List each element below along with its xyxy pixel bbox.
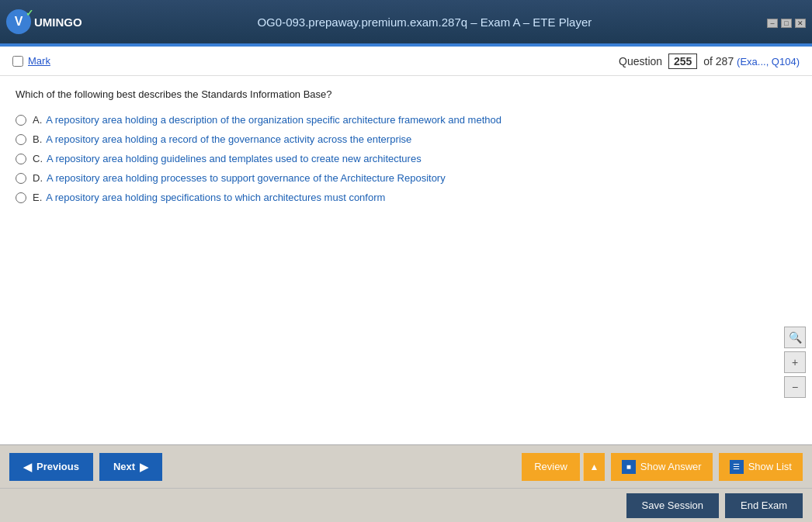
- next-label: Next: [113, 461, 135, 472]
- mark-section: Mark: [12, 55, 50, 67]
- option-e-key: E.: [33, 192, 42, 203]
- option-b-radio[interactable]: [16, 134, 26, 145]
- zoom-in-button[interactable]: +: [784, 351, 806, 373]
- bottom-toolbar: ◀ Previous Next ▶ Review ▲ ■ Show Answer…: [0, 444, 812, 488]
- option-c-row[interactable]: C. A repository area holding guidelines …: [16, 153, 796, 164]
- option-b-key: B.: [33, 133, 42, 145]
- previous-button[interactable]: ◀ Previous: [9, 453, 93, 481]
- logo-icon: V✓: [6, 9, 31, 34]
- question-number-display: Question 255 of 287 (Exa..., Q104): [619, 54, 800, 69]
- option-c-key: C.: [33, 153, 43, 164]
- option-a-radio[interactable]: [16, 115, 26, 126]
- mark-checkbox[interactable]: [12, 56, 23, 67]
- end-exam-label: End Exam: [741, 500, 787, 511]
- option-d-row[interactable]: D. A repository area holding processes t…: [16, 172, 796, 184]
- save-session-label: Save Session: [642, 500, 704, 511]
- option-b-row[interactable]: B. A repository area holding a record of…: [16, 133, 796, 145]
- option-d-radio[interactable]: [16, 173, 26, 184]
- previous-arrow-icon: ◀: [23, 461, 32, 473]
- option-d-key: D.: [33, 172, 43, 184]
- close-button[interactable]: ✕: [795, 19, 806, 28]
- end-exam-button[interactable]: End Exam: [725, 493, 803, 518]
- title-bar: V✓ UMINGO OG0-093.prepaway.premium.exam.…: [0, 0, 812, 43]
- window-controls[interactable]: – □ ✕: [767, 16, 806, 28]
- option-c-radio[interactable]: [16, 154, 26, 164]
- options-list: A. A repository area holding a descripti…: [16, 114, 796, 203]
- question-label: Question: [619, 55, 662, 67]
- window-title: OG0-093.prepaway.premium.exam.287q – Exa…: [82, 16, 767, 29]
- option-e-row[interactable]: E. A repository area holding specificati…: [16, 192, 796, 203]
- show-answer-icon: ■: [622, 460, 636, 474]
- review-dropdown-icon: ▲: [589, 462, 599, 472]
- search-icon-button[interactable]: 🔍: [784, 327, 806, 348]
- title-bar-left: V✓ UMINGO: [6, 9, 82, 34]
- zoom-out-button[interactable]: −: [784, 376, 806, 398]
- option-a-row[interactable]: A. A repository area holding a descripti…: [16, 114, 796, 126]
- question-context: (Exa..., Q104): [737, 56, 800, 67]
- second-toolbar: Save Session End Exam: [0, 488, 812, 522]
- show-list-button[interactable]: ☰ Show List: [719, 453, 803, 481]
- review-button[interactable]: Review: [522, 453, 580, 481]
- show-answer-button[interactable]: ■ Show Answer: [611, 453, 713, 481]
- logo: V✓ UMINGO: [6, 9, 82, 34]
- option-e-radio[interactable]: [16, 192, 26, 203]
- show-list-label: Show List: [748, 461, 792, 472]
- option-b-label: B. A repository area holding a record of…: [33, 133, 411, 145]
- show-answer-label: Show Answer: [640, 461, 702, 472]
- main-content: Which of the following best describes th…: [0, 76, 812, 444]
- option-d-label: D. A repository area holding processes t…: [33, 172, 446, 184]
- show-list-icon: ☰: [730, 460, 744, 474]
- option-b-text: A repository area holding a record of th…: [46, 133, 411, 145]
- question-number-box: 255: [668, 54, 697, 69]
- minimize-button[interactable]: –: [767, 19, 778, 28]
- option-c-label: C. A repository area holding guidelines …: [33, 153, 422, 164]
- logo-checkmark: ✓: [26, 8, 33, 19]
- mark-link[interactable]: Mark: [28, 55, 50, 67]
- review-label: Review: [534, 461, 567, 472]
- previous-label: Previous: [36, 461, 79, 472]
- review-dropdown-button[interactable]: ▲: [583, 453, 605, 481]
- option-c-text: A repository area holding guidelines and…: [47, 153, 422, 164]
- option-e-label: E. A repository area holding specificati…: [33, 192, 385, 203]
- option-a-key: A.: [33, 114, 42, 126]
- option-a-text: A repository area holding a description …: [46, 114, 501, 126]
- next-button[interactable]: Next ▶: [99, 453, 162, 481]
- option-a-label: A. A repository area holding a descripti…: [33, 114, 501, 126]
- question-text: Which of the following best describes th…: [16, 88, 796, 100]
- option-e-text: A repository area holding specifications…: [46, 192, 385, 203]
- logo-text: UMINGO: [34, 16, 82, 29]
- maximize-button[interactable]: □: [781, 19, 792, 28]
- question-header: Mark Question 255 of 287 (Exa..., Q104): [0, 47, 812, 76]
- save-session-button[interactable]: Save Session: [626, 493, 720, 518]
- sidebar-icons: 🔍 + −: [784, 327, 806, 398]
- total-questions: of 287: [703, 55, 734, 67]
- next-arrow-icon: ▶: [140, 461, 148, 473]
- option-d-text: A repository area holding processes to s…: [47, 172, 446, 184]
